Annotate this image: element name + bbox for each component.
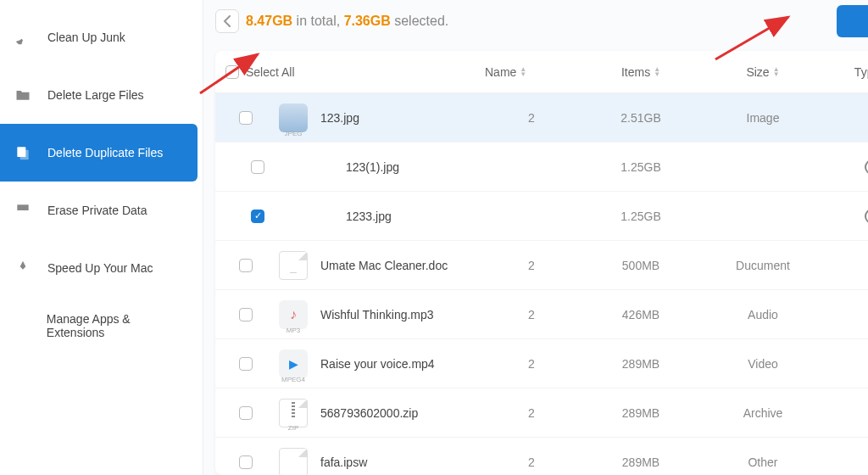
table-body: JPEG123.jpg22.51GBImage123(1).jpg1.25GB1…: [215, 93, 868, 475]
mp3-icon: ♪MP3: [279, 300, 308, 329]
file-type: Video: [704, 357, 822, 371]
file-size: 500MB: [581, 259, 700, 272]
sidebar-item-label: Manage Apps & Extensions: [47, 312, 184, 339]
table-row[interactable]: fafa.ipsw2289MBOther: [215, 438, 868, 475]
table-header: Select All Name▲▼ Items▲▼ Size▲▼ Type▲▼ …: [215, 51, 868, 93]
table-row[interactable]: ▶MPEG4Raise your voice.mp42289MBVideo: [215, 339, 868, 388]
file-size: 426MB: [581, 308, 700, 321]
file-name: Umate Mac Cleaner.doc: [320, 259, 481, 272]
file-type: Image: [704, 111, 822, 125]
file-items: 2: [485, 357, 578, 371]
row-checkbox[interactable]: [239, 308, 253, 321]
zip-icon: ZIP: [279, 399, 308, 428]
svg-rect-2: [17, 204, 28, 210]
delete-button[interactable]: Delete: [837, 5, 868, 37]
file-type: Ducument: [704, 259, 822, 272]
sidebar-item-clean-up-junk[interactable]: Clean Up Junk: [0, 8, 198, 66]
sidebar-item-label: Delete Duplicate Files: [47, 146, 163, 159]
file-size: 2.51GB: [581, 111, 700, 125]
rocket-icon: [14, 259, 32, 277]
file-type: Other: [704, 455, 822, 469]
file-name: fafa.ipsw: [320, 455, 481, 469]
find-path-icon[interactable]: [865, 159, 868, 175]
top-bar: 8.47GB in total, 7.36GB selected. Delete: [203, 0, 868, 44]
shredder-icon: [14, 201, 32, 220]
file-type: Archive: [704, 406, 822, 420]
row-checkbox[interactable]: [251, 210, 264, 223]
row-checkbox[interactable]: [239, 357, 253, 371]
file-type: Audio: [704, 308, 822, 321]
sidebar-item-label: Clean Up Junk: [47, 31, 125, 44]
file-items: 2: [485, 259, 578, 272]
row-checkbox[interactable]: [239, 406, 253, 420]
sidebar-item-speed-up-your-mac[interactable]: Speed Up Your Mac: [0, 239, 198, 297]
file-name: Wishful Thinking.mp3: [320, 308, 481, 321]
row-checkbox[interactable]: [251, 160, 264, 174]
table-row[interactable]: —Umate Mac Cleaner.doc2500MBDucument: [215, 241, 868, 290]
row-checkbox[interactable]: [239, 111, 253, 125]
sidebar-item-manage-apps-extensions[interactable]: Manage Apps & Extensions: [0, 297, 198, 355]
duplicate-icon: [14, 143, 32, 162]
sidebar-item-label: Erase Private Data: [47, 204, 147, 217]
file-name: 1233.jpg: [320, 210, 481, 223]
jpeg-icon: JPEG: [279, 103, 308, 132]
file-size: 289MB: [581, 406, 700, 420]
plugin-icon: [14, 316, 31, 335]
file-items: 2: [485, 308, 578, 321]
sidebar: Clean Up JunkDelete Large FilesDelete Du…: [0, 0, 203, 475]
folder-icon: [14, 86, 32, 104]
find-path-icon[interactable]: [865, 209, 868, 224]
sidebar-item-delete-duplicate-files[interactable]: Delete Duplicate Files: [0, 124, 198, 182]
file-size: 289MB: [581, 357, 700, 371]
table-child-row[interactable]: 123(1).jpg1.25GB: [215, 142, 868, 192]
sort-icon: ▲▼: [773, 67, 780, 77]
file-name: 568793602000.zip: [320, 406, 481, 420]
sidebar-item-erase-private-data[interactable]: Erase Private Data: [0, 182, 198, 239]
svg-rect-1: [20, 150, 29, 160]
table-row[interactable]: ♪MP3Wishful Thinking.mp32426MBAudio: [215, 290, 868, 339]
file-name: Raise your voice.mp4: [320, 357, 481, 371]
file-items: 2: [485, 111, 578, 125]
back-button[interactable]: [215, 9, 239, 33]
table-row[interactable]: JPEG123.jpg22.51GBImage: [215, 93, 868, 142]
select-all-checkbox[interactable]: [225, 65, 239, 79]
file-size: 1.25GB: [581, 160, 700, 174]
row-checkbox[interactable]: [239, 259, 253, 272]
file-name: 123.jpg: [320, 111, 481, 125]
files-table: Select All Name▲▼ Items▲▼ Size▲▼ Type▲▼ …: [215, 51, 868, 475]
select-all-label: Select All: [246, 65, 295, 79]
mp4-icon: ▶MPEG4: [279, 349, 308, 378]
chevron-left-icon: [223, 15, 231, 27]
table-child-row[interactable]: 1233.jpg1.25GB: [215, 192, 868, 241]
sort-icon: ▲▼: [654, 67, 660, 77]
sidebar-item-label: Speed Up Your Mac: [47, 261, 153, 275]
total-size: 8.47GB: [246, 14, 292, 28]
file-items: 2: [485, 406, 578, 420]
sidebar-item-label: Delete Large Files: [47, 88, 144, 102]
file-items: 2: [485, 455, 578, 469]
row-checkbox[interactable]: [239, 455, 253, 469]
file-size: 1.25GB: [581, 210, 700, 223]
sort-icon: ▲▼: [520, 67, 526, 77]
broom-icon: [14, 28, 32, 47]
column-type[interactable]: Type▲▼: [826, 65, 868, 79]
main-panel: 8.47GB in total, 7.36GB selected. Delete…: [203, 0, 868, 475]
doc-icon: —: [279, 251, 308, 280]
file-name: 123(1).jpg: [320, 160, 481, 174]
file-size: 289MB: [581, 455, 700, 469]
table-row[interactable]: ZIP568793602000.zip2289MBArchive: [215, 388, 868, 438]
scan-summary: 8.47GB in total, 7.36GB selected.: [246, 14, 448, 29]
sidebar-item-delete-large-files[interactable]: Delete Large Files: [0, 66, 198, 124]
selected-size: 7.36GB: [344, 14, 391, 28]
column-size[interactable]: Size▲▼: [704, 65, 822, 79]
column-items[interactable]: Items▲▼: [581, 65, 700, 79]
file-icon: [279, 448, 308, 476]
column-name[interactable]: Name▲▼: [485, 65, 578, 79]
